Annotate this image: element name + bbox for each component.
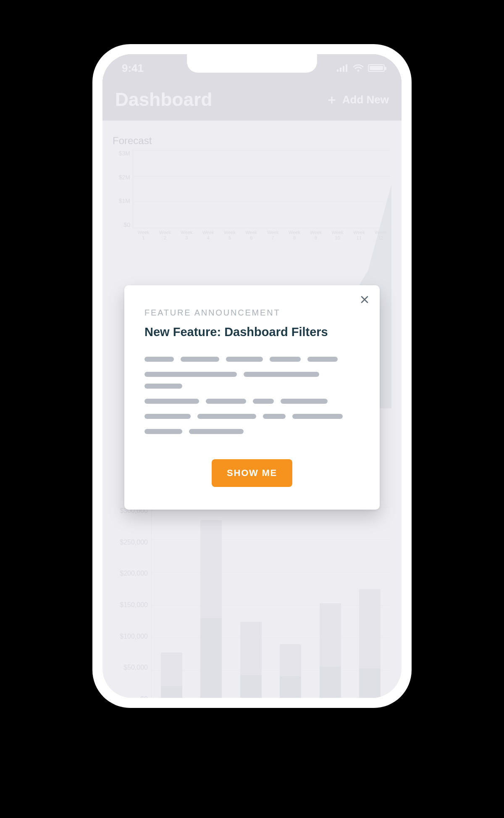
placeholder-bar <box>189 429 244 434</box>
forecast-x-tick: Week1 <box>133 230 154 241</box>
bar-column <box>271 507 311 698</box>
close-icon <box>360 295 369 304</box>
wifi-icon <box>353 64 364 72</box>
stacked-bar <box>240 622 262 698</box>
placeholder-bar <box>263 414 286 419</box>
svg-rect-3 <box>346 64 347 72</box>
bar-column <box>192 507 231 698</box>
placeholder-bar <box>144 429 182 434</box>
placeholder-bar <box>144 372 237 377</box>
modal-close-button[interactable] <box>358 293 371 306</box>
placeholder-bar <box>292 414 343 419</box>
page-title: Dashboard <box>115 89 213 110</box>
forecast-x-tick: Week12 <box>370 230 391 241</box>
placeholder-bar <box>244 372 319 377</box>
forecast-y-tick: $3M <box>110 150 130 157</box>
stacked-bar <box>200 520 222 698</box>
bar-chart: $300,000$250,000$200,000$150,000$100,000… <box>110 507 394 698</box>
placeholder-bar <box>181 357 219 362</box>
placeholder-bar <box>226 357 263 362</box>
bars-container <box>152 507 390 698</box>
modal-eyebrow: FEATURE ANNOUNCEMENT <box>144 308 360 318</box>
forecast-x-tick: Week7 <box>262 230 284 241</box>
svg-rect-0 <box>337 69 339 72</box>
placeholder-bar <box>144 357 174 362</box>
forecast-y-tick: $2M <box>110 174 130 181</box>
stacked-bar <box>359 589 381 698</box>
bar-y-tick: $200,000 <box>110 570 148 577</box>
forecast-y-tick: $1M <box>110 197 130 204</box>
placeholder-bar <box>270 357 301 362</box>
svg-point-4 <box>357 70 360 72</box>
placeholder-bar <box>144 399 199 404</box>
forecast-x-tick: Week3 <box>176 230 197 241</box>
modal-body <box>144 357 360 434</box>
forecast-plot <box>133 150 391 228</box>
forecast-x-tick: Week4 <box>197 230 219 241</box>
placeholder-row <box>144 414 360 419</box>
placeholder-bar <box>253 399 274 404</box>
phone-screen: 9:41 Dashboard ＋ Add New Forecast <box>102 54 402 698</box>
show-me-button[interactable]: SHOW ME <box>212 459 292 487</box>
status-indicators <box>337 64 385 72</box>
bar-y-tick: $150,000 <box>110 601 148 609</box>
forecast-y-axis: $3M$2M$1M$0 <box>110 150 133 228</box>
forecast-x-tick: Week6 <box>241 230 262 241</box>
placeholder-bar <box>144 414 191 419</box>
bar-column <box>152 507 192 698</box>
bar-y-axis: $300,000$250,000$200,000$150,000$100,000… <box>110 507 151 698</box>
bar-y-tick: $50,000 <box>110 664 148 671</box>
plus-icon: ＋ <box>326 93 338 106</box>
placeholder-bar <box>197 414 256 419</box>
bar-y-tick: $250,000 <box>110 539 148 546</box>
feature-announcement-modal: FEATURE ANNOUNCEMENT New Feature: Dashbo… <box>124 285 380 510</box>
add-new-button[interactable]: ＋ Add New <box>326 93 389 106</box>
svg-rect-1 <box>340 68 341 72</box>
forecast-chart: $3M$2M$1M$0 Week1Week2Week3Week4Week5Wee… <box>110 150 394 238</box>
forecast-x-tick: Week2 <box>154 230 176 241</box>
forecast-x-tick: Week10 <box>327 230 348 241</box>
stacked-bar <box>320 603 341 698</box>
bar-column <box>310 507 350 698</box>
placeholder-row <box>144 429 360 434</box>
forecast-x-tick: Week8 <box>284 230 305 241</box>
app-header: Dashboard ＋ Add New <box>102 82 402 121</box>
modal-title: New Feature: Dashboard Filters <box>144 325 360 339</box>
bar-chart-section: $300,000$250,000$200,000$150,000$100,000… <box>110 507 394 698</box>
placeholder-bar <box>307 357 338 362</box>
stacked-bar <box>161 652 182 698</box>
forecast-card-title: Forecast <box>110 131 394 150</box>
bar-column <box>231 507 271 698</box>
placeholder-row <box>144 357 360 362</box>
phone-notch <box>187 54 317 73</box>
forecast-x-tick: Week11 <box>348 230 370 241</box>
cellular-signal-icon <box>337 64 349 72</box>
add-new-label: Add New <box>342 93 389 106</box>
placeholder-bar <box>206 399 246 404</box>
placeholder-bar <box>281 399 328 404</box>
phone-frame: 9:41 Dashboard ＋ Add New Forecast <box>92 44 412 708</box>
bar-column <box>350 507 390 698</box>
bar-y-tick: $100,000 <box>110 633 148 640</box>
forecast-y-tick: $0 <box>110 221 130 228</box>
placeholder-row <box>144 372 360 389</box>
bar-plot <box>151 507 390 698</box>
bar-y-tick: $0 <box>110 695 148 698</box>
svg-rect-2 <box>343 66 344 72</box>
status-time: 9:41 <box>122 62 144 75</box>
placeholder-row <box>144 399 360 404</box>
forecast-x-tick: Week5 <box>219 230 240 241</box>
stacked-bar <box>280 644 301 698</box>
battery-icon <box>368 64 385 72</box>
forecast-x-tick: Week9 <box>305 230 327 241</box>
forecast-x-axis: Week1Week2Week3Week4Week5Week6Week7Week8… <box>133 230 391 241</box>
placeholder-bar <box>144 384 182 389</box>
